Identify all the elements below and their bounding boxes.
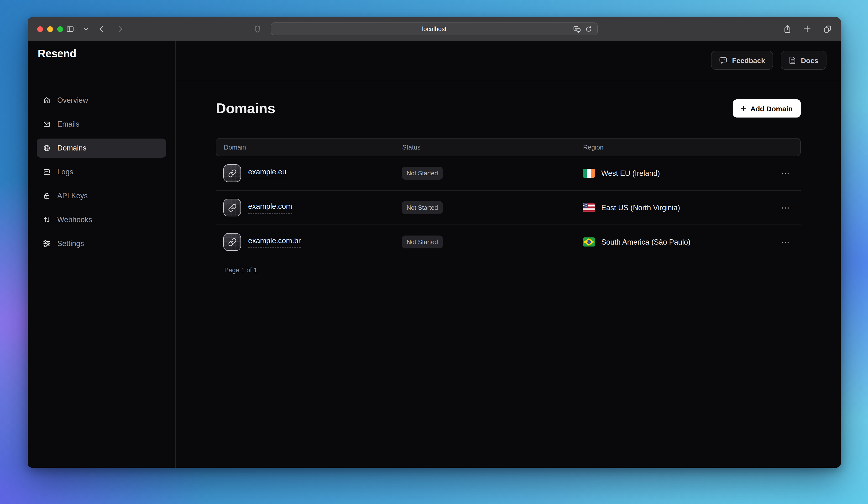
table-row: example.com Not Started xyxy=(216,191,801,225)
brazil-flag xyxy=(583,238,595,246)
address-bar[interactable]: localhost A xyxy=(271,22,598,36)
privacy-shield-icon[interactable] xyxy=(254,17,260,41)
resend-logo: Resend xyxy=(37,47,166,60)
domain-link[interactable]: example.com.br xyxy=(248,236,301,248)
add-domain-button-label: Add Domain xyxy=(751,104,793,112)
minimize-window-button[interactable] xyxy=(47,26,53,32)
table-header: Domain Status Region xyxy=(216,138,801,156)
sidebar-toggle-icon[interactable] xyxy=(66,25,74,33)
zoom-window-button[interactable] xyxy=(57,26,63,32)
page-title: Domains xyxy=(216,100,275,117)
sidebar-item-label: Settings xyxy=(57,239,84,248)
forward-icon[interactable] xyxy=(116,25,124,33)
browser-window: localhost A xyxy=(28,17,841,468)
close-window-button[interactable] xyxy=(37,26,43,32)
feedback-button[interactable]: Feedback xyxy=(711,51,773,70)
sidebar-item-domains[interactable]: Domains xyxy=(37,139,166,158)
document-icon xyxy=(789,56,796,64)
address-bar-url: localhost xyxy=(422,25,447,32)
home-icon xyxy=(43,97,51,104)
region-label: East US (North Virginia) xyxy=(601,203,680,212)
share-icon[interactable] xyxy=(784,24,791,33)
domain-link[interactable]: example.eu xyxy=(248,168,286,179)
browser-toolbar: localhost A xyxy=(28,17,841,41)
main-area: Feedback Docs Domains xyxy=(176,41,841,468)
screen: localhost A xyxy=(0,0,868,504)
translate-icon[interactable]: A xyxy=(574,26,581,33)
globe-icon xyxy=(43,144,51,152)
pagination-status: Page 1 of 1 xyxy=(216,259,801,274)
sidebar-item-label: Logs xyxy=(57,168,73,176)
column-header-region: Region xyxy=(583,143,764,151)
sidebar-item-label: API Keys xyxy=(57,192,88,200)
row-menu-button[interactable] xyxy=(778,165,793,181)
docs-button[interactable]: Docs xyxy=(781,51,826,70)
new-tab-icon[interactable] xyxy=(803,25,811,33)
chevron-down-icon[interactable] xyxy=(83,27,89,31)
lock-icon xyxy=(43,192,51,200)
column-header-status: Status xyxy=(402,143,583,151)
sidebar-item-emails[interactable]: Emails xyxy=(37,115,166,134)
resend-app: Resend Overview xyxy=(28,41,841,468)
mail-icon xyxy=(43,120,51,128)
link-icon xyxy=(223,233,241,251)
logs-icon xyxy=(43,168,51,176)
ireland-flag xyxy=(583,169,595,178)
status-badge: Not Started xyxy=(402,201,443,214)
app-topbar: Feedback Docs xyxy=(176,41,841,80)
docs-button-label: Docs xyxy=(801,56,818,64)
row-menu-button[interactable] xyxy=(778,234,793,250)
sidebar: Resend Overview xyxy=(28,41,176,468)
arrows-up-down-icon xyxy=(43,216,51,224)
sidebar-item-overview[interactable]: Overview xyxy=(37,91,166,110)
row-menu-button[interactable] xyxy=(778,200,793,215)
sidebar-item-label: Overview xyxy=(57,96,88,104)
sidebar-item-label: Domains xyxy=(57,144,86,152)
sidebar-nav: Overview Emails xyxy=(37,91,166,253)
sidebar-item-api-keys[interactable]: API Keys xyxy=(37,186,166,205)
tab-overview-icon[interactable] xyxy=(823,24,832,33)
domain-link[interactable]: example.com xyxy=(248,202,292,213)
usa-flag xyxy=(583,203,595,212)
feedback-bubble-icon xyxy=(719,56,727,64)
region-label: South America (São Paulo) xyxy=(601,238,691,246)
status-badge: Not Started xyxy=(402,235,443,249)
table-row: example.com.br Not Started xyxy=(216,225,801,259)
sidebar-item-settings[interactable]: Settings xyxy=(37,234,166,253)
feedback-button-label: Feedback xyxy=(732,56,765,64)
toolbar-divider xyxy=(79,24,79,34)
sidebar-item-label: Emails xyxy=(57,120,80,129)
table-row: example.eu Not Started West EU (Ireland) xyxy=(216,156,801,191)
sidebar-item-logs[interactable]: Logs xyxy=(37,162,166,182)
link-icon xyxy=(223,164,241,182)
sidebar-item-webhooks[interactable]: Webhooks xyxy=(37,210,166,229)
add-domain-button[interactable]: + Add Domain xyxy=(733,99,801,118)
svg-text:A: A xyxy=(575,27,577,30)
reload-icon[interactable] xyxy=(585,26,592,33)
region-label: West EU (Ireland) xyxy=(601,169,660,178)
status-badge: Not Started xyxy=(402,167,443,180)
back-icon[interactable] xyxy=(98,25,105,33)
traffic-lights xyxy=(37,17,63,41)
sliders-icon xyxy=(43,240,51,248)
sidebar-item-label: Webhooks xyxy=(57,215,92,224)
domains-page: Domains + Add Domain Domain Status Regio… xyxy=(176,80,841,274)
link-icon xyxy=(223,199,241,216)
domains-table: Domain Status Region xyxy=(216,138,801,274)
column-header-domain: Domain xyxy=(224,143,402,151)
plus-icon: + xyxy=(741,103,746,112)
